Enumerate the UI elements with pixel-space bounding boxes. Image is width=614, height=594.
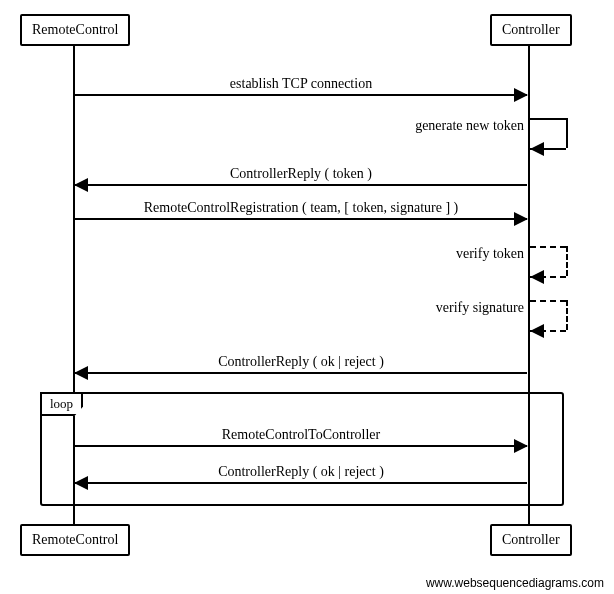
- message-controllerreply-1: ControllerReply ( ok | reject ): [75, 372, 527, 374]
- message-establish-tcp: establish TCP connection: [75, 94, 527, 96]
- message-registration: RemoteControlRegistration ( team, [ toke…: [75, 218, 527, 220]
- participant-label: RemoteControl: [32, 532, 118, 547]
- arrowhead-icon: [74, 476, 88, 490]
- arrowhead-icon: [530, 142, 544, 156]
- self-generate-token: generate new token: [530, 118, 566, 148]
- arrowhead-icon: [74, 178, 88, 192]
- loop-label: loop: [50, 396, 73, 411]
- message-label: RemoteControlToController: [75, 427, 527, 443]
- participant-controller-top: Controller: [490, 14, 572, 46]
- message-controllerreply-token: ControllerReply ( token ): [75, 184, 527, 186]
- message-label: ControllerReply ( token ): [75, 166, 527, 182]
- arrowhead-icon: [514, 439, 528, 453]
- message-controllerreply-2: ControllerReply ( ok | reject ): [75, 482, 527, 484]
- sequence-diagram: RemoteControl Controller establish TCP c…: [0, 0, 614, 594]
- message-remotecontrol-to-controller: RemoteControlToController: [75, 445, 527, 447]
- participant-label: RemoteControl: [32, 22, 118, 37]
- loop-fragment: loop: [40, 392, 564, 506]
- loop-tag: loop: [40, 392, 83, 416]
- arrowhead-icon: [514, 212, 528, 226]
- self-verify-signature: verify signature: [530, 300, 566, 330]
- message-label: generate new token: [415, 118, 530, 134]
- participant-remotecontrol-bottom: RemoteControl: [20, 524, 130, 556]
- self-verify-token: verify token: [530, 246, 566, 276]
- message-label: RemoteControlRegistration ( team, [ toke…: [75, 200, 527, 216]
- message-label: verify token: [456, 246, 530, 262]
- message-label: ControllerReply ( ok | reject ): [75, 464, 527, 480]
- message-label: verify signature: [436, 300, 530, 316]
- arrowhead-icon: [74, 366, 88, 380]
- participant-label: Controller: [502, 532, 560, 547]
- participant-controller-bottom: Controller: [490, 524, 572, 556]
- message-label: establish TCP connection: [75, 76, 527, 92]
- arrowhead-icon: [530, 270, 544, 284]
- participant-remotecontrol-top: RemoteControl: [20, 14, 130, 46]
- message-label: ControllerReply ( ok | reject ): [75, 354, 527, 370]
- arrowhead-icon: [514, 88, 528, 102]
- arrowhead-icon: [530, 324, 544, 338]
- watermark: www.websequencediagrams.com: [426, 576, 604, 590]
- participant-label: Controller: [502, 22, 560, 37]
